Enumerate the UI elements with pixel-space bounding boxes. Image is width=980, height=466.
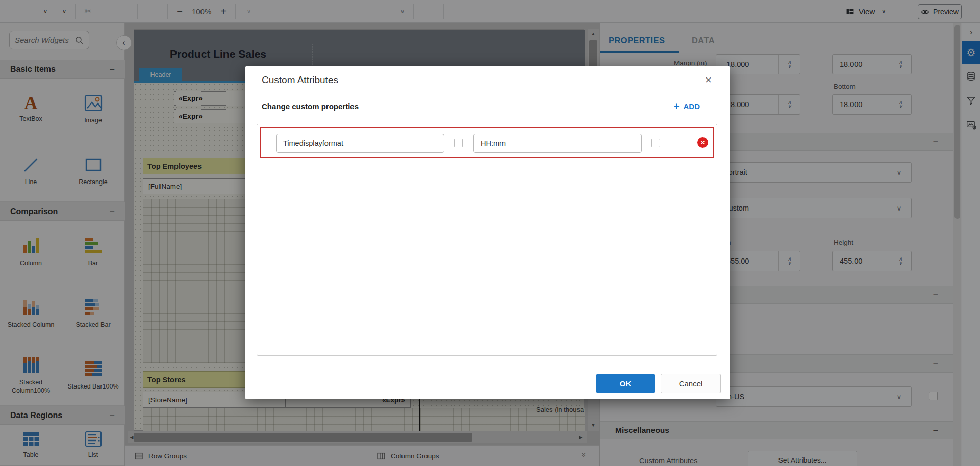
attributes-list-box (257, 124, 717, 356)
attribute-value-input[interactable] (473, 134, 642, 153)
custom-attributes-dialog: Custom Attributes × Change custom proper… (245, 66, 730, 399)
attribute-value-expression-checkbox[interactable] (651, 139, 660, 147)
cancel-button[interactable]: Cancel (661, 374, 721, 393)
plus-icon: + (674, 101, 680, 112)
dialog-footer-divider (245, 366, 730, 366)
add-attribute-button[interactable]: + ADD (674, 101, 700, 112)
close-icon[interactable]: × (705, 73, 712, 87)
dialog-subtitle: Change custom properties (262, 102, 359, 111)
add-label: ADD (684, 102, 700, 111)
dialog-divider (245, 95, 730, 95)
dialog-title: Custom Attributes (262, 74, 338, 86)
ok-button[interactable]: OK (596, 374, 655, 393)
attribute-name-input[interactable] (276, 134, 444, 153)
attribute-name-expression-checkbox[interactable] (454, 139, 463, 147)
delete-attribute-icon[interactable]: × (697, 137, 708, 148)
